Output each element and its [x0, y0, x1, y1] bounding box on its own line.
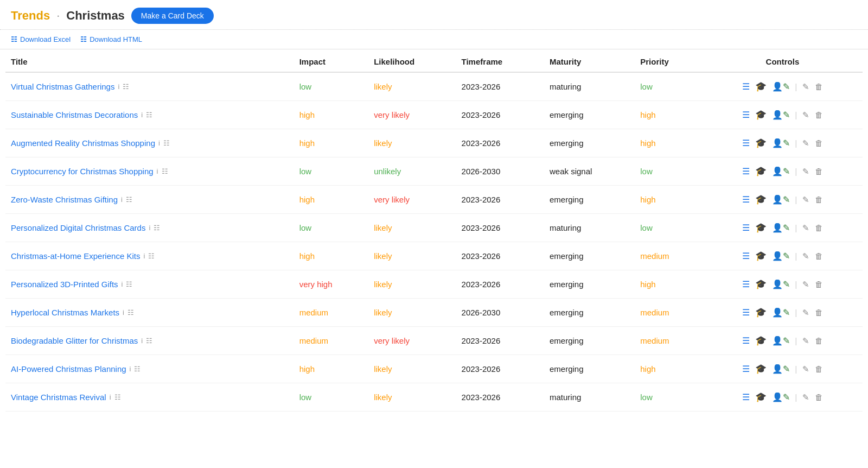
title-link-0[interactable]: Virtual Christmas Gatherings — [11, 82, 114, 91]
grid-icon-9[interactable]: ☷ — [146, 337, 152, 345]
delete-button-3[interactable]: 🗑 — [814, 166, 824, 177]
info-icon-6[interactable]: i — [143, 252, 145, 260]
list-button-7[interactable]: ☰ — [741, 278, 751, 290]
title-link-9[interactable]: Biodegradable Glitter for Christmas — [11, 336, 138, 345]
delete-button-11[interactable]: 🗑 — [814, 391, 824, 403]
edit-button-7[interactable]: ✎ — [801, 279, 810, 290]
cell-priority-0: low — [635, 72, 703, 101]
mortar-button-1[interactable]: 🎓 — [754, 108, 768, 122]
title-link-6[interactable]: Christmas-at-Home Experience Kits — [11, 251, 140, 261]
mortar-button-11[interactable]: 🎓 — [754, 390, 768, 404]
assign-button-0[interactable]: 👤✎ — [771, 80, 791, 93]
info-icon-8[interactable]: i — [123, 308, 124, 317]
mortar-button-3[interactable]: 🎓 — [754, 165, 768, 178]
title-link-7[interactable]: Personalized 3D-Printed Gifts — [11, 280, 118, 289]
grid-icon-2[interactable]: ☷ — [163, 139, 170, 147]
title-link-10[interactable]: AI-Powered Christmas Planning — [11, 364, 126, 374]
assign-button-9[interactable]: 👤✎ — [771, 334, 791, 347]
grid-icon-11[interactable]: ☷ — [114, 393, 121, 401]
assign-button-5[interactable]: 👤✎ — [771, 222, 791, 234]
edit-button-2[interactable]: ✎ — [801, 137, 810, 149]
delete-button-1[interactable]: 🗑 — [814, 109, 824, 121]
assign-button-2[interactable]: 👤✎ — [771, 137, 791, 149]
title-link-5[interactable]: Personalized Digital Christmas Cards — [11, 223, 145, 232]
edit-button-11[interactable]: ✎ — [801, 391, 810, 403]
edit-button-3[interactable]: ✎ — [801, 166, 810, 178]
assign-button-4[interactable]: 👤✎ — [771, 193, 791, 206]
info-icon-3[interactable]: i — [157, 167, 158, 175]
assign-button-8[interactable]: 👤✎ — [771, 306, 791, 319]
title-link-4[interactable]: Zero-Waste Christmas Gifting — [11, 195, 118, 204]
edit-button-0[interactable]: ✎ — [801, 81, 810, 93]
list-button-8[interactable]: ☰ — [741, 306, 751, 319]
assign-button-1[interactable]: 👤✎ — [771, 109, 791, 121]
mortar-button-10[interactable]: 🎓 — [754, 362, 768, 376]
grid-icon-7[interactable]: ☷ — [126, 280, 132, 288]
delete-button-10[interactable]: 🗑 — [814, 363, 824, 375]
assign-button-3[interactable]: 👤✎ — [771, 165, 791, 178]
assign-button-6[interactable]: 👤✎ — [771, 250, 791, 262]
title-link-8[interactable]: Hyperlocal Christmas Markets — [11, 308, 119, 317]
edit-button-5[interactable]: ✎ — [801, 222, 810, 234]
mortar-button-0[interactable]: 🎓 — [754, 80, 768, 93]
mortar-button-2[interactable]: 🎓 — [754, 136, 768, 150]
info-icon-11[interactable]: i — [110, 393, 111, 401]
grid-icon-5[interactable]: ☷ — [154, 224, 160, 232]
info-icon-5[interactable]: i — [149, 224, 150, 232]
info-icon-7[interactable]: i — [122, 280, 123, 288]
list-button-2[interactable]: ☰ — [741, 137, 751, 149]
delete-button-4[interactable]: 🗑 — [814, 194, 824, 205]
delete-button-8[interactable]: 🗑 — [814, 307, 824, 318]
list-button-10[interactable]: ☰ — [741, 363, 751, 375]
info-icon-1[interactable]: i — [141, 111, 143, 119]
mortar-button-7[interactable]: 🎓 — [754, 277, 768, 291]
assign-button-7[interactable]: 👤✎ — [771, 278, 791, 290]
edit-button-6[interactable]: ✎ — [801, 250, 810, 262]
title-link-3[interactable]: Cryptocurrency for Christmas Shopping — [11, 167, 154, 176]
list-button-6[interactable]: ☰ — [741, 250, 751, 262]
grid-icon-3[interactable]: ☷ — [162, 167, 168, 175]
grid-icon-4[interactable]: ☷ — [126, 195, 132, 204]
info-icon-2[interactable]: i — [158, 139, 160, 147]
assign-button-10[interactable]: 👤✎ — [771, 363, 791, 375]
title-link-1[interactable]: Sustainable Christmas Decorations — [11, 110, 138, 119]
title-link-2[interactable]: Augmented Reality Christmas Shopping — [11, 138, 155, 148]
list-button-5[interactable]: ☰ — [741, 222, 751, 234]
delete-button-6[interactable]: 🗑 — [814, 250, 824, 262]
edit-button-1[interactable]: ✎ — [801, 109, 810, 121]
delete-button-9[interactable]: 🗑 — [814, 335, 824, 346]
list-button-0[interactable]: ☰ — [741, 80, 751, 93]
grid-icon-6[interactable]: ☷ — [148, 252, 155, 260]
info-icon-0[interactable]: i — [118, 83, 119, 91]
mortar-button-8[interactable]: 🎓 — [754, 306, 768, 319]
download-excel-link[interactable]: ☷ Download Excel — [11, 35, 71, 43]
download-html-link[interactable]: ☷ Download HTML — [80, 35, 142, 43]
make-card-deck-button[interactable]: Make a Card Deck — [131, 8, 214, 24]
assign-button-11[interactable]: 👤✎ — [771, 391, 791, 403]
list-button-11[interactable]: ☰ — [741, 391, 751, 403]
mortar-button-9[interactable]: 🎓 — [754, 334, 768, 347]
list-button-9[interactable]: ☰ — [741, 334, 751, 347]
delete-button-0[interactable]: 🗑 — [814, 81, 824, 92]
list-button-4[interactable]: ☰ — [741, 193, 751, 206]
list-button-1[interactable]: ☰ — [741, 109, 751, 121]
grid-icon-8[interactable]: ☷ — [127, 308, 134, 317]
mortar-button-5[interactable]: 🎓 — [754, 221, 768, 235]
edit-button-4[interactable]: ✎ — [801, 194, 810, 206]
grid-icon-1[interactable]: ☷ — [146, 111, 152, 119]
edit-button-8[interactable]: ✎ — [801, 307, 810, 319]
edit-button-9[interactable]: ✎ — [801, 335, 810, 347]
grid-icon-0[interactable]: ☷ — [123, 83, 129, 91]
grid-icon-10[interactable]: ☷ — [134, 365, 141, 373]
info-icon-4[interactable]: i — [121, 195, 123, 204]
title-link-11[interactable]: Vintage Christmas Revival — [11, 393, 106, 402]
delete-button-7[interactable]: 🗑 — [814, 279, 824, 290]
delete-button-2[interactable]: 🗑 — [814, 137, 824, 149]
info-icon-10[interactable]: i — [130, 365, 131, 373]
edit-button-10[interactable]: ✎ — [801, 363, 810, 375]
list-button-3[interactable]: ☰ — [741, 165, 751, 178]
delete-button-5[interactable]: 🗑 — [814, 222, 824, 233]
mortar-button-4[interactable]: 🎓 — [754, 193, 768, 206]
info-icon-9[interactable]: i — [141, 337, 143, 345]
mortar-button-6[interactable]: 🎓 — [754, 249, 768, 263]
